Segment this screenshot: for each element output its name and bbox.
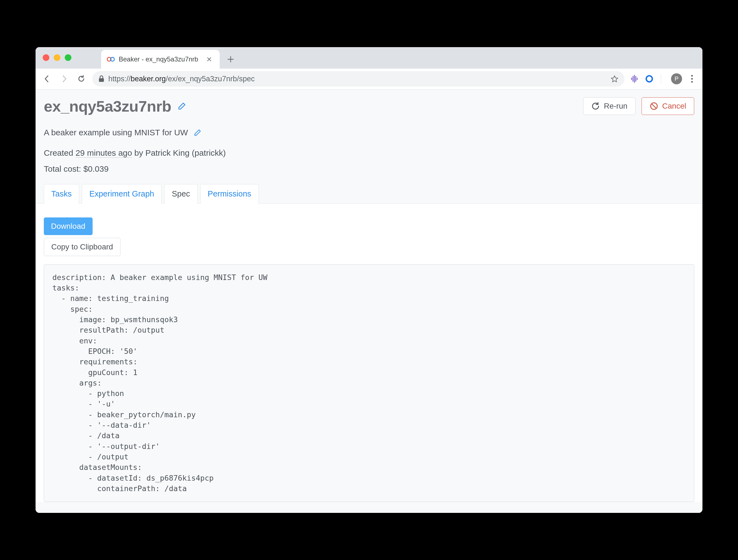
browser-window: Beaker - ex_nqy5a3zu7nrb https:/ [36,47,702,513]
page-title: ex_nqy5a3zu7nrb [44,97,171,115]
refresh-icon [591,102,600,110]
created-prefix: Created [44,148,75,158]
edit-title-icon[interactable] [177,101,187,111]
new-tab-button[interactable] [223,51,238,67]
separator [661,74,661,84]
rerun-label: Re-run [604,102,628,110]
browser-toolbar: https://beaker.org/ex/ex_nqy5a3zu7nrb/sp… [36,69,702,89]
description-row: A beaker example using MNIST for UW [44,128,694,137]
svg-point-3 [646,76,652,82]
svg-rect-2 [99,78,104,82]
maximize-window-button[interactable] [65,54,71,61]
cancel-label: Cancel [662,102,686,110]
tab-permissions[interactable]: Permissions [200,184,259,204]
created-ago: 29 minutes ago [75,148,132,158]
spec-code[interactable]: description: A beaker example using MNIS… [44,264,694,502]
extension-icons: P [630,73,697,84]
browser-tab[interactable]: Beaker - ex_nqy5a3zu7nrb [101,50,220,69]
tab-tasks[interactable]: Tasks [44,184,79,204]
cancel-button[interactable]: Cancel [642,97,694,115]
lock-icon [98,75,104,82]
description-text: A beaker example using MNIST for UW [44,128,188,137]
rerun-button[interactable]: Re-run [583,97,636,115]
tab-spec[interactable]: Spec [164,184,197,204]
extension-icon-2[interactable] [644,74,654,84]
tab-title: Beaker - ex_nqy5a3zu7nrb [119,55,198,63]
close-window-button[interactable] [43,54,49,61]
download-button[interactable]: Download [44,218,93,235]
page-header: ex_nqy5a3zu7nrb Re-run Cancel [44,97,694,115]
cost-label: Total cost: [44,164,83,173]
reload-button[interactable] [75,73,87,85]
window-controls [43,54,71,61]
tabstrip: Beaker - ex_nqy5a3zu7nrb [101,47,238,69]
titlebar: Beaker - ex_nqy5a3zu7nrb [36,47,702,69]
minimize-window-button[interactable] [54,54,60,61]
created-line: Created 29 minutes ago by Patrick King (… [44,148,694,158]
tab-experiment-graph[interactable]: Experiment Graph [82,184,161,204]
browser-menu-button[interactable] [687,75,697,83]
created-by: by Patrick King (patrickk) [132,148,226,158]
tabs-nav: Tasks Experiment Graph Spec Permissions [44,184,694,204]
cost-line: Total cost: $0.039 [44,164,694,174]
back-button[interactable] [41,73,53,85]
bookmark-star-icon[interactable] [611,75,619,83]
close-tab-icon[interactable] [205,55,213,63]
spec-pane: Download Copy to Clipboard description: … [36,204,702,502]
cost-value: $0.039 [83,164,108,173]
edit-description-icon[interactable] [194,128,202,137]
favicon-icon [107,55,115,63]
copy-clipboard-button[interactable]: Copy to Clipboard [44,238,120,256]
page-content: ex_nqy5a3zu7nrb Re-run Cancel A beaker e… [36,89,702,513]
extension-icon-1[interactable] [630,74,639,84]
cancel-icon [650,102,658,110]
url-text: https://beaker.org/ex/ex_nqy5a3zu7nrb/sp… [108,75,607,83]
forward-button[interactable] [58,73,70,85]
profile-avatar[interactable]: P [671,73,682,84]
address-bar[interactable]: https://beaker.org/ex/ex_nqy5a3zu7nrb/sp… [92,71,625,86]
